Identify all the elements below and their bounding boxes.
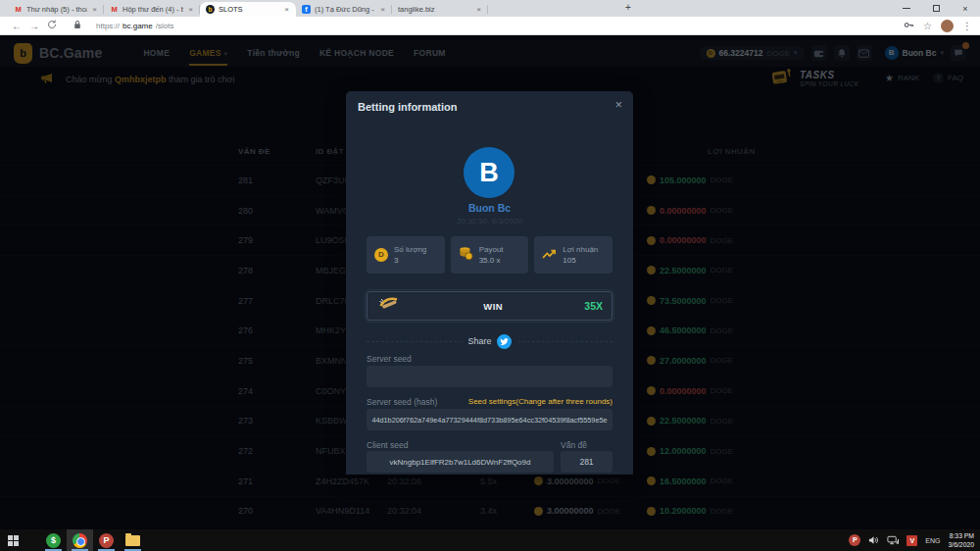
- coin-icon: D: [374, 248, 388, 262]
- forward-icon[interactable]: →: [25, 21, 43, 31]
- tab-gmail-inbox[interactable]: M Hộp thư đến (4) - bcgameboun ×: [104, 2, 200, 17]
- gmail-icon: M: [14, 5, 23, 14]
- tray-picpick-icon[interactable]: P: [849, 534, 860, 546]
- tray-v-app-icon[interactable]: V: [906, 535, 917, 546]
- player-avatar: B: [464, 147, 514, 198]
- language-indicator[interactable]: ENG: [925, 537, 940, 544]
- browser-profile-avatar[interactable]: [941, 20, 954, 32]
- issue-label: Vấn đề: [561, 440, 587, 450]
- gmail-icon: M: [110, 5, 119, 14]
- stat-profit: Lợi nhuận 105: [534, 236, 612, 274]
- betting-information-modal: Betting information × B Buon Bc 20:32:50…: [346, 91, 633, 475]
- tab-close-icon[interactable]: ×: [91, 5, 98, 14]
- tab-close-icon[interactable]: ×: [475, 5, 482, 14]
- server-seed-field[interactable]: [367, 366, 612, 387]
- window-maximize-button[interactable]: [921, 0, 951, 17]
- seed-settings-link[interactable]: Seed settings(Change after three rounds): [468, 397, 612, 406]
- share-button[interactable]: Share: [461, 334, 517, 349]
- tab-title: SLOTS: [219, 5, 279, 14]
- taskbar-chrome[interactable]: [67, 529, 93, 551]
- window-controls: ×: [892, 0, 980, 17]
- facebook-icon: f: [302, 5, 311, 14]
- bookmark-star-icon[interactable]: ☆: [923, 21, 932, 31]
- network-display-icon[interactable]: [887, 531, 899, 549]
- modal-close-icon[interactable]: ×: [614, 97, 622, 112]
- screen: M Thư nháp (5) - thoai14071997@ × M Hộp …: [0, 0, 980, 551]
- modal-title: Betting information: [358, 101, 457, 113]
- browser-url-bar: ← → https://bc.game/slots ☆ ⋮: [0, 17, 980, 35]
- key-icon[interactable]: [904, 17, 914, 34]
- server-seed-hash-label: Server seed (hash): [367, 397, 437, 407]
- win-multiplier: 35X: [584, 300, 603, 312]
- stat-payout: Payout 35.0 x: [451, 236, 529, 274]
- tab-title: Thư nháp (5) - thoai14071997@: [26, 5, 87, 14]
- tab-slots-active[interactable]: b SLOTS ×: [200, 2, 296, 17]
- refresh-icon[interactable]: [43, 20, 61, 31]
- tab-close-icon[interactable]: ×: [283, 5, 290, 14]
- coins-stack-icon: [459, 246, 473, 265]
- folder-icon: [125, 535, 140, 546]
- system-clock[interactable]: 8:33 PM 3/6/2020: [949, 531, 974, 549]
- client-seed-field[interactable]: vkNngbp1ElfFR2b7w1Ld6DWnF2ffQo9d: [367, 451, 554, 473]
- tab-facebook[interactable]: f (1) Tạ Đức Dũng - Bông Thanh N ×: [296, 2, 392, 17]
- padlock-icon[interactable]: [69, 20, 86, 31]
- taskbar-picpick[interactable]: P: [93, 529, 120, 551]
- twitter-icon[interactable]: [497, 334, 512, 349]
- win-label: WIN: [402, 301, 584, 312]
- share-label: Share: [467, 336, 491, 346]
- tab-gmail-drafts[interactable]: M Thư nháp (5) - thoai14071997@ ×: [8, 2, 104, 17]
- bet-timestamp: 20:32:50, 6/3/2020: [346, 217, 633, 225]
- chrome-icon: [73, 533, 87, 548]
- browser-menu-icon[interactable]: ⋮: [962, 21, 972, 31]
- server-seed-hash-field[interactable]: 44d1b206f762a749e4a77329444f8d733b895e64…: [367, 409, 612, 430]
- share-row: Share: [367, 333, 612, 349]
- bcgame-page: b BC.Game HOME GAMES ▾ Tiền thưởng KẾ HO…: [0, 35, 980, 529]
- tab-title: Hộp thư đến (4) - bcgameboun: [122, 5, 183, 14]
- window-minimize-button[interactable]: [892, 0, 921, 17]
- back-icon[interactable]: ←: [8, 21, 25, 31]
- issue-field[interactable]: 281: [561, 451, 612, 473]
- tab-title: (1) Tạ Đức Dũng - Bông Thanh N: [315, 5, 375, 14]
- pickaxe-icon: [376, 294, 402, 318]
- windows-taskbar: $ P P V ENG 8:33 PM 3/6/2020: [0, 529, 980, 551]
- taskbar-dollar-app[interactable]: $: [40, 529, 67, 551]
- stat-amount: D Số lượng 3: [367, 236, 445, 274]
- taskbar-file-explorer[interactable]: [120, 529, 146, 551]
- server-seed-label: Server seed: [367, 354, 412, 364]
- tab-tanglike[interactable]: tanglike.biz ×: [392, 2, 488, 17]
- new-tab-button[interactable]: +: [621, 2, 635, 15]
- trend-up-icon: [542, 246, 557, 264]
- volume-icon[interactable]: [868, 531, 879, 549]
- win-result-banner: WIN 35X: [367, 291, 612, 321]
- browser-tab-strip: M Thư nháp (5) - thoai14071997@ × M Hộp …: [0, 0, 980, 17]
- address-text[interactable]: https://bc.game/slots: [96, 22, 904, 30]
- tab-title: tanglike.biz: [398, 5, 471, 14]
- tab-close-icon[interactable]: ×: [187, 5, 194, 14]
- tab-close-icon[interactable]: ×: [379, 5, 386, 14]
- bcgame-favicon: b: [206, 5, 215, 14]
- client-seed-label: Client seed: [367, 440, 409, 450]
- start-button[interactable]: [0, 529, 26, 551]
- window-close-button[interactable]: ×: [951, 0, 980, 17]
- bet-stats: D Số lượng 3 Payout 35.0 x: [367, 236, 612, 274]
- player-name[interactable]: Buon Bc: [346, 202, 633, 214]
